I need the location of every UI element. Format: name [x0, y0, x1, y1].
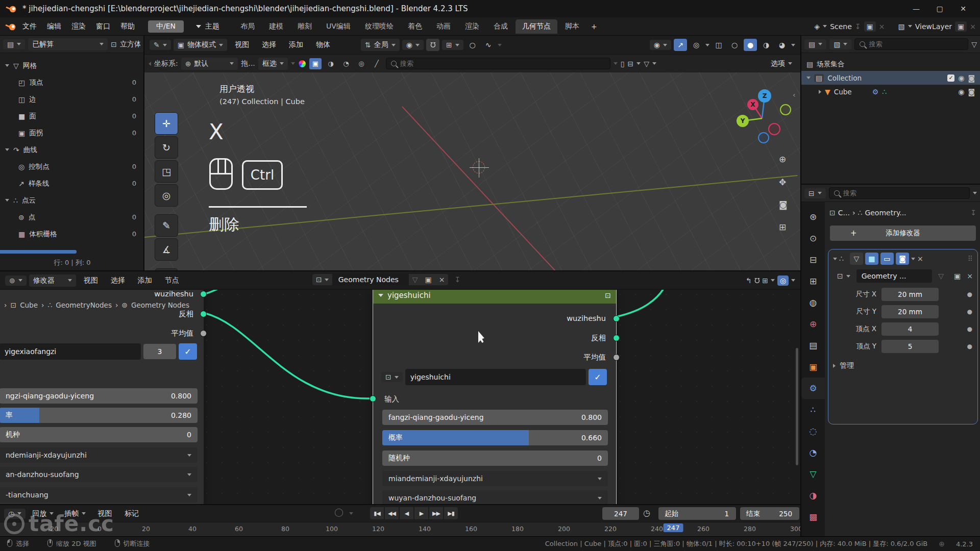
playhead[interactable]: 247 — [664, 523, 683, 532]
field-随机种[interactable]: 随机种0 — [382, 450, 608, 466]
select-menu[interactable]: 选择 — [257, 38, 281, 52]
workspace-tab-合成[interactable]: 合成 — [487, 19, 514, 34]
world-tab[interactable]: ⊕ — [801, 313, 825, 335]
vertical-scrollbar[interactable] — [796, 348, 798, 465]
copy-icon[interactable]: ▣ — [867, 23, 873, 30]
breadcrumb-modifier[interactable]: GeometryNodes — [56, 301, 112, 309]
breadcrumb-object[interactable]: C... — [838, 209, 850, 217]
select-menu[interactable]: 选择 — [106, 274, 130, 287]
field--tianchuang[interactable]: -tianchuang — [0, 487, 198, 503]
collapse-chevron-icon[interactable] — [5, 199, 9, 202]
geometry-nodes-icon[interactable]: ∴ — [882, 88, 887, 95]
view-menu[interactable]: 视图 — [79, 274, 103, 287]
modifier-wrench-icon[interactable]: ⚙ — [872, 88, 879, 95]
field-fangzi-qiang-gaodu-yiceng[interactable]: fangzi-qiang-gaodu-yiceng0.800 — [382, 410, 608, 425]
object-menu[interactable]: 物体 — [311, 38, 335, 52]
object-frame-icon[interactable]: ⊡ — [111, 41, 117, 48]
language-toggle-button[interactable]: 中/EN — [148, 20, 184, 33]
spreadsheet-row-网格[interactable]: ▽网格 — [0, 57, 143, 74]
magnet-icon[interactable]: Ω — [754, 277, 760, 284]
transform-orientation-dropdown[interactable]: ⇅全局 — [361, 39, 400, 51]
jump-to-start-button[interactable]: ▮◀ — [370, 507, 384, 519]
frame-start-field[interactable]: 起始 1 — [658, 507, 736, 520]
add-cube-tool-button[interactable]: ⊞ — [155, 268, 178, 270]
spreadsheet-row-面拐[interactable]: ▣面拐0 — [0, 124, 143, 141]
camera-render-icon[interactable]: ◙ — [968, 88, 975, 95]
zoom-button[interactable]: ⊕ — [779, 154, 786, 164]
annotate-tool-button[interactable]: ✎ — [155, 214, 178, 237]
spreadsheet-row-顶点[interactable]: ◰顶点0 — [0, 74, 143, 91]
snap-mode-button-5[interactable]: ╱ — [371, 58, 383, 69]
expand-chevron-icon[interactable] — [806, 77, 811, 79]
socket-gray[interactable] — [200, 330, 207, 337]
asset-icon[interactable]: ⊟ — [628, 60, 634, 67]
properties-search-field[interactable] — [829, 187, 970, 199]
filter-funnel-icon[interactable]: ▽ — [644, 60, 649, 67]
pivot-point-dropdown[interactable]: ◉ — [402, 40, 424, 50]
editor-type-button[interactable]: ⊚ — [5, 276, 27, 286]
geometry-node-editor[interactable]: ⊚ 修改器 视图 选择 添加 节点 ↰ Ω ⊞ ◎ ⊡ Geometry Nod… — [0, 270, 800, 504]
options-dropdown[interactable]: 选项 — [767, 58, 796, 70]
field-value[interactable]: 20 mm — [881, 305, 939, 318]
render-toggle[interactable]: ◙ — [896, 253, 909, 265]
outliner-search-field[interactable] — [854, 38, 968, 50]
menu-render[interactable]: 渲染 — [66, 20, 91, 33]
prev-keyframe-button[interactable]: ◀◀ — [385, 507, 399, 519]
render-tab[interactable]: ⊙ — [801, 228, 825, 249]
snap-mode-button-2[interactable]: ◑ — [325, 58, 337, 69]
spreadsheet-row-体积栅格[interactable]: ▦体积栅格0 — [0, 226, 143, 242]
timeline-editor[interactable]: ◷ 回放 插帧 视图 标记 ◯ ▮◀◀◀◀▶▶▶▶▮ 247 ◷ 起始 1 结束… — [0, 504, 800, 536]
snap-settings-dropdown[interactable]: ⊞ — [442, 40, 463, 50]
copy-icon[interactable]: ▣ — [425, 276, 432, 283]
menu-edit[interactable]: 编辑 — [42, 20, 66, 33]
realtime-display-toggle[interactable]: ▭ — [880, 253, 894, 265]
display-mode-button[interactable]: ▤ — [804, 39, 826, 49]
animate-dot-icon[interactable]: ● — [967, 343, 972, 350]
workspace-tab-着色[interactable]: 着色 — [401, 19, 429, 34]
collection-tab[interactable]: ▤ — [801, 335, 825, 356]
viewport-3d[interactable]: ✎ ▣物体模式 视图 选择 添加 物体 ⇅全局 ◉ Ω ⊞ ○ ∿ ◉ ↗ ◎ … — [144, 36, 800, 270]
transform-tool-button[interactable]: ◎ — [155, 184, 178, 207]
breadcrumb-node-tree[interactable]: Geometry... — [865, 209, 906, 217]
dataset-filter-dropdown[interactable]: 已解算 — [28, 38, 108, 51]
socket-green[interactable] — [613, 315, 620, 322]
snap-grid-icon[interactable]: ⊞ — [762, 277, 768, 284]
object-row-cube[interactable]: ▼ Cube ⚙ ∴ ◉ ◙ — [801, 85, 980, 98]
output-tab[interactable]: ⊟ — [801, 249, 825, 270]
field-ndemianji-xdayujunzhi[interactable]: ndemianji-xdayujunzhi — [0, 447, 198, 463]
marker-menu[interactable]: 标记 — [119, 507, 144, 520]
view-layer-selector[interactable]: ▧ ViewLayer ▣ × — [898, 21, 976, 32]
socket-green[interactable] — [200, 291, 207, 297]
horizontal-scrollbar[interactable] — [0, 250, 77, 254]
breadcrumb-object[interactable]: Cube — [20, 301, 38, 309]
field-value[interactable]: 5 — [881, 340, 939, 353]
node-name-value[interactable]: 3 — [143, 344, 176, 359]
visibility-dropdown[interactable]: ◉ — [650, 40, 671, 50]
node-name-field[interactable]: yigexiaofangzi — [0, 343, 141, 360]
edit-mode-toggle[interactable]: ▦ — [865, 253, 878, 265]
texture-tab[interactable]: ▩ — [801, 506, 825, 528]
field-机种[interactable]: 机种0 — [0, 427, 198, 442]
node-menu[interactable]: 节点 — [160, 274, 184, 287]
manage-section-row[interactable]: 管理 — [828, 358, 977, 374]
shading-rendered-button[interactable]: ◕ — [775, 39, 789, 51]
orientation-preset-dropdown[interactable]: ⊕默认 — [181, 58, 238, 70]
shield-check-icon[interactable]: ✓ — [179, 343, 197, 360]
unlink-icon[interactable]: × — [439, 276, 445, 283]
node-group-selector[interactable]: ⊡ — [833, 271, 854, 281]
socket-green[interactable] — [200, 311, 207, 317]
camera-render-icon[interactable]: ◙ — [968, 74, 975, 82]
particles-tab[interactable]: ∴ — [801, 399, 825, 420]
add-menu[interactable]: 添加 — [133, 274, 157, 287]
viewport-search-field[interactable] — [386, 58, 610, 69]
gizmo-neg-y-ball[interactable] — [780, 105, 791, 115]
snap-mode-button-1[interactable]: ▣ — [309, 58, 322, 69]
checkbox-icon[interactable]: ✓ — [947, 74, 954, 82]
view-menu[interactable]: 视图 — [230, 38, 254, 52]
eye-icon[interactable]: ◉ — [958, 74, 964, 82]
shading-material-button[interactable]: ◑ — [760, 39, 773, 51]
gizmo-neg-x-ball[interactable] — [769, 123, 780, 135]
node-name-field[interactable]: yigeshuichi — [405, 369, 586, 385]
shield-button[interactable]: ▽ — [934, 271, 948, 281]
theme-dropdown[interactable]: 主题 — [191, 20, 225, 33]
